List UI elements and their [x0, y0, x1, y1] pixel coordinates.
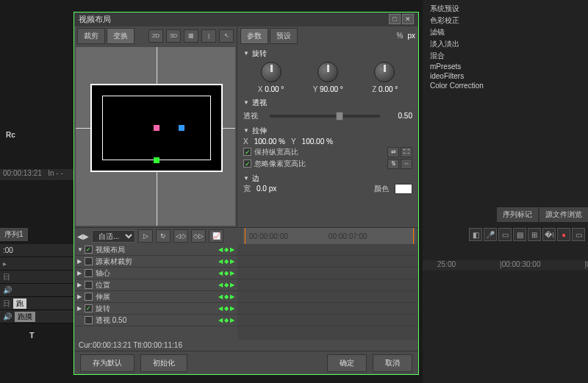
text-tool-icon[interactable]: T [29, 331, 35, 340]
section-header[interactable]: 边 [243, 173, 412, 184]
knob-y[interactable] [318, 62, 338, 82]
timeline-ruler[interactable]: 25:00|00:00:30:00|00:00:35:00 [423, 260, 588, 271]
tool-icon[interactable]: ⊞ [528, 228, 541, 241]
save-default-button[interactable]: 存为默认 [80, 354, 135, 372]
mode-2d-button[interactable]: 2D [148, 29, 163, 43]
keyframe-track-row[interactable]: ▶轴心◀ ◆ ▶ [74, 268, 237, 279]
section-header[interactable]: 拉伸 [243, 126, 412, 136]
tab-transform[interactable]: 变换 [107, 28, 135, 44]
clip[interactable]: 跑摸 [15, 312, 35, 322]
keyframe-ruler[interactable]: 00:00:00:00 00:00:07:00 [243, 228, 415, 244]
expand-icon[interactable]: ▶ [77, 305, 85, 312]
record-icon[interactable]: ● [557, 228, 570, 241]
tool-icon[interactable]: ▭ [498, 228, 512, 241]
expand-icon[interactable]: ⛶ [401, 147, 412, 157]
keyframe-nav[interactable]: ◀ ◆ ▶ [218, 282, 234, 288]
reset-button[interactable]: 初始化 [140, 354, 187, 372]
sidebar-item[interactable]: ideoFilters [423, 71, 588, 81]
arrows-icon[interactable]: ↔ [401, 159, 412, 169]
keyframe-nav[interactable]: ◀ ◆ ▶ [218, 317, 234, 323]
tool-icon[interactable]: ▤ [513, 228, 526, 241]
keyframe-nav[interactable]: ◀ ◆ ▶ [218, 258, 234, 265]
preview-canvas[interactable] [76, 47, 235, 226]
track-row[interactable]: 日 [0, 271, 74, 284]
perspective-value[interactable]: 0.50 [384, 112, 412, 120]
track-checkbox[interactable] [85, 281, 93, 289]
keyframe-nav[interactable]: ◀ ◆ ▶ [218, 270, 234, 276]
section-header[interactable]: 旋转 [243, 49, 412, 59]
keyframe-lanes[interactable] [237, 244, 418, 340]
expand-icon[interactable]: ▶ [77, 282, 85, 288]
keyframe-track-row[interactable]: ▶伸展◀ ◆ ▶ [74, 291, 237, 303]
tab-markers[interactable]: 序列标记 [497, 207, 538, 222]
unit-pixel[interactable]: px [407, 32, 415, 40]
ignore-ratio-checkbox[interactable]: ✓ [243, 160, 251, 168]
keyframe-track-row[interactable]: 透视 0.50◀ ◆ ▶ [74, 315, 237, 326]
sliders-icon[interactable]: �⁞ [542, 228, 556, 241]
rot-y-value[interactable]: 90.00 ° [320, 85, 343, 93]
graph-icon[interactable]: 📈 [209, 229, 223, 243]
zoom-select[interactable]: 自适... [92, 230, 135, 243]
track-row[interactable]: 日跑 [0, 297, 74, 310]
sidebar-item[interactable]: mPresets [423, 62, 588, 71]
section-header[interactable]: 透视 [243, 98, 412, 108]
stretch-x-value[interactable]: 100.00 % [254, 137, 285, 146]
pointer-icon[interactable]: ↖ [219, 29, 234, 43]
track-checkbox[interactable] [85, 257, 93, 265]
center-handle[interactable] [154, 125, 159, 131]
knob-z[interactable] [374, 62, 395, 82]
tool-icon[interactable]: ◧ [469, 228, 482, 241]
arrows-icon[interactable]: ⇅ [387, 159, 399, 169]
keyframe-track-row[interactable]: ▶✓旋转◀ ◆ ▶ [74, 303, 237, 315]
maximize-icon[interactable]: □ [389, 14, 401, 24]
track-checkbox[interactable]: ✓ [85, 304, 93, 312]
track-row[interactable]: ▸ [0, 257, 74, 271]
loop-icon[interactable]: ↻ [156, 229, 171, 243]
perspective-slider[interactable] [270, 115, 380, 118]
next-key-icon[interactable]: ◇▷ [191, 229, 206, 243]
keyframe-nav[interactable]: ◀ ◆ ▶ [218, 305, 234, 312]
close-icon[interactable]: ✕ [402, 14, 414, 24]
effects-list[interactable]: 系统预设 色彩校正 滤镜 淡入淡出 混合 mPresets ideoFilter… [423, 0, 588, 93]
sequence-tab[interactable]: 序列1 [0, 228, 28, 241]
sidebar-item[interactable]: 滤镜 [423, 26, 588, 38]
keep-ratio-checkbox[interactable]: ✓ [243, 148, 251, 156]
sidebar-item[interactable]: 混合 [423, 50, 588, 62]
keyframe-track-row[interactable]: ▶位置◀ ◆ ▶ [74, 279, 237, 291]
sidebar-item[interactable]: 淡入淡出 [423, 38, 588, 50]
track-checkbox[interactable] [85, 269, 93, 277]
tool-icon[interactable]: ▭ [572, 228, 585, 241]
x-handle[interactable] [179, 125, 184, 131]
expand-icon[interactable]: ▶ [77, 270, 85, 276]
stretch-y-value[interactable]: 100.00 % [302, 137, 333, 146]
expand-icon[interactable]: ◀▶ [77, 232, 89, 240]
expand-icon[interactable]: ▼ [77, 246, 85, 253]
clip[interactable]: 跑 [13, 298, 26, 309]
rot-z-value[interactable]: 0.00 ° [379, 85, 398, 93]
mode-3d-button[interactable]: 3D [166, 29, 181, 43]
sidebar-item[interactable]: Color Correction [423, 81, 588, 90]
sidebar-item[interactable]: 系统预设 [423, 3, 588, 15]
mic-icon[interactable]: 🎤 [484, 228, 497, 241]
grid-icon[interactable]: ▦ [184, 29, 198, 43]
tab-presets[interactable]: 预设 [270, 28, 298, 44]
titlebar[interactable]: 视频布局 □ ✕ [74, 12, 418, 26]
tab-source-browse[interactable]: 源文件浏览 [539, 207, 588, 222]
cancel-button[interactable]: 取消 [373, 354, 412, 372]
unit-percent[interactable]: % [397, 32, 404, 40]
keyframe-track-row[interactable]: ▼✓视频布局◀ ◆ ▶ [74, 244, 237, 256]
track-row[interactable]: 🔊 [0, 284, 74, 297]
keyframe-nav[interactable]: ◀ ◆ ▶ [218, 293, 234, 300]
keyframe-nav[interactable]: ◀ ◆ ▶ [218, 246, 234, 253]
tab-params[interactable]: 参数 [240, 28, 268, 44]
ok-button[interactable]: 确定 [327, 354, 367, 372]
arrows-icon[interactable]: ⇄ [387, 147, 399, 157]
expand-icon[interactable]: ▶ [77, 258, 85, 265]
track-checkbox[interactable]: ✓ [85, 246, 93, 254]
track-row[interactable]: 🔊跑摸 [0, 310, 74, 323]
knob-x[interactable] [261, 62, 282, 82]
track-checkbox[interactable] [85, 316, 93, 324]
track-checkbox[interactable] [85, 293, 93, 301]
border-color-swatch[interactable] [395, 184, 412, 194]
sidebar-item[interactable]: 色彩校正 [423, 15, 588, 26]
